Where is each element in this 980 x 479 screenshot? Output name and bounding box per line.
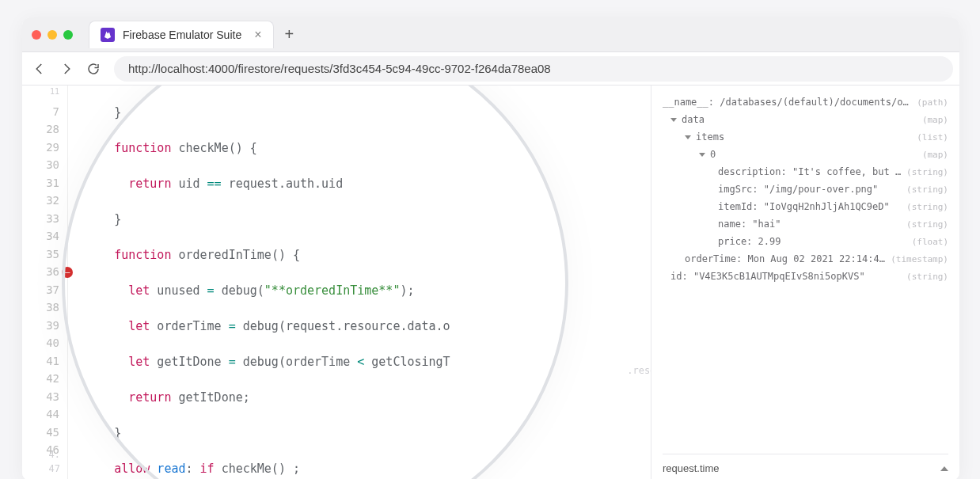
clipped-text: .resourc [627, 363, 651, 378]
line-number: 33 [30, 211, 59, 229]
close-tab-icon[interactable]: × [254, 28, 261, 42]
inspector-row: imgSrc: "/img/pour-over.png" (string) [663, 181, 948, 198]
line-number: 32 [30, 192, 59, 211]
inspector-row: itemId: "IoVgqH2nhJljAh1QC9eD" (string) [663, 198, 948, 215]
code-body[interactable]: } function checkMe() { return uid == req… [68, 86, 651, 479]
line-number: 28 [30, 121, 59, 139]
traffic-lights [32, 30, 73, 40]
error-icon[interactable]: – [62, 267, 73, 278]
line-number: 37 [30, 282, 59, 300]
browser-tab[interactable]: Firebase Emulator Suite × [89, 21, 274, 48]
inspector-row: __name__: /databases/(default)/documents… [663, 93, 948, 111]
content-area: 11 7 28 29 30 31 32 33 34 35 36– 37 38 3… [22, 86, 959, 479]
back-button[interactable] [28, 58, 51, 80]
titlebar: Firebase Emulator Suite × + [22, 17, 959, 52]
inspector-row: price: 2.99 (float) [663, 233, 948, 250]
section-label: request.time [663, 462, 720, 474]
chevron-down-icon[interactable] [699, 153, 705, 157]
inspector-row[interactable]: data (map) [663, 111, 948, 128]
line-number: 38 [30, 299, 59, 317]
inspector-row: id: "V4E3K5cB1AUTMpqEIvS8ni5opKVS" (stri… [663, 268, 948, 285]
inspector-row[interactable]: items (list) [663, 128, 948, 146]
window-maximize-button[interactable] [63, 30, 73, 40]
tab-title: Firebase Emulator Suite [123, 29, 241, 41]
clipped-text: ngTi [650, 220, 651, 234]
line-number: 44 [30, 406, 59, 424]
chevron-down-icon[interactable] [670, 118, 677, 122]
favicon-icon [101, 28, 115, 42]
mini-gutter: 4. 47 [22, 447, 68, 476]
inspector-row[interactable]: 0 (map) [663, 146, 948, 163]
inspector-row: orderTime: Mon Aug 02 2021 22:14:46 GM… … [663, 250, 948, 268]
window-close-button[interactable] [32, 30, 41, 40]
forward-button[interactable] [55, 58, 78, 80]
request-time-section[interactable]: request.time [663, 454, 948, 479]
chevron-up-icon[interactable] [940, 466, 948, 471]
browser-window: Firebase Emulator Suite × + http://local… [22, 17, 959, 479]
line-gutter: 11 7 28 29 30 31 32 33 34 35 36– 37 38 3… [22, 86, 68, 479]
line-number: 29 [30, 139, 59, 158]
url-input[interactable]: http://localhost:4000/firestore/requests… [114, 56, 953, 82]
code-editor: 11 7 28 29 30 31 32 33 34 35 36– 37 38 3… [22, 86, 651, 479]
inspector-row: description: "It's coffee, but fanc… (st… [663, 163, 948, 181]
line-number: 31 [30, 175, 59, 193]
window-minimize-button[interactable] [47, 30, 57, 40]
new-tab-button[interactable]: + [285, 25, 294, 44]
line-number: 43 [30, 389, 59, 407]
chevron-down-icon[interactable] [685, 135, 691, 139]
line-number: 7 [30, 104, 59, 122]
line-number: 35 [30, 246, 59, 264]
reload-button[interactable] [82, 58, 104, 80]
inspector-panel: __name__: /databases/(default)/documents… [651, 86, 959, 479]
line-number: 45 [30, 424, 59, 443]
line-number: 39 [30, 317, 59, 336]
line-number: 30 [30, 157, 59, 175]
line-number: 41 [30, 353, 59, 371]
inspector-row: name: "hai" (string) [663, 215, 948, 233]
line-number: 34 [30, 228, 59, 246]
address-bar-row: http://localhost:4000/firestore/requests… [22, 52, 959, 86]
line-number: 11 [30, 86, 59, 104]
line-number: 42 [30, 371, 59, 389]
line-number: 40 [30, 335, 59, 353]
line-number: 36– [30, 264, 59, 282]
